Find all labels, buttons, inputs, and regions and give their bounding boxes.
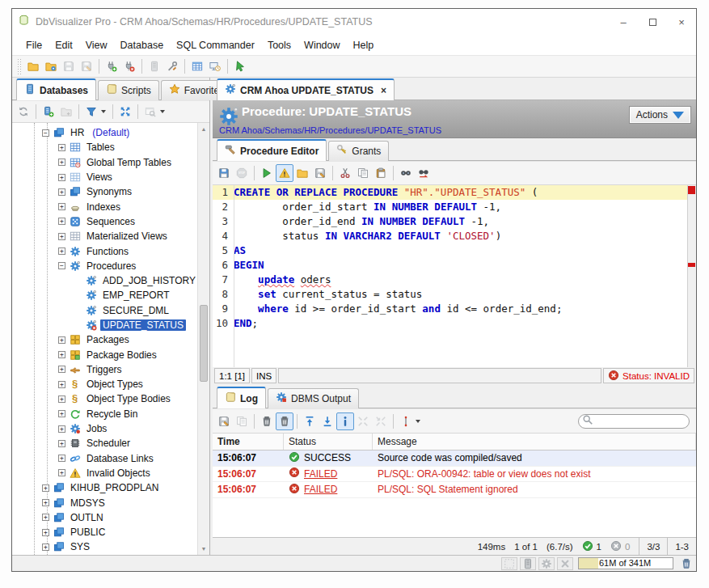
find-icon[interactable]	[397, 164, 415, 182]
tab-log[interactable]: Log	[217, 387, 266, 408]
tree-item-public[interactable]: +PUBLIC	[12, 525, 197, 539]
expand-toggle-icon[interactable]: +	[58, 440, 65, 447]
close-tab-icon[interactable]: ×	[381, 85, 386, 96]
cut-icon[interactable]	[336, 164, 354, 182]
collapse-all-icon[interactable]	[116, 103, 134, 121]
tree-item-synonyms[interactable]: +Synonyms	[12, 184, 197, 199]
tree-item-triggers[interactable]: +Triggers	[12, 362, 197, 377]
code-line-10[interactable]: 10END;	[213, 316, 696, 331]
clear-selected-icon[interactable]	[258, 412, 276, 430]
maximize-button[interactable]	[638, 9, 667, 35]
code-line-9[interactable]: 9 where id >= order_id_start and id <= o…	[213, 302, 696, 316]
collapse-toggle-icon[interactable]: −	[42, 129, 49, 137]
open-file-icon[interactable]	[24, 57, 42, 75]
expand-toggle-icon[interactable]: +	[58, 455, 65, 462]
dropdown-caret-icon[interactable]	[160, 110, 165, 113]
show-errors-icon[interactable]	[276, 164, 293, 182]
tree-item-sequences[interactable]: +Sequences	[12, 214, 197, 229]
tab-grants[interactable]: Grants	[328, 141, 389, 161]
tree-item-tables[interactable]: +Tables	[12, 140, 197, 154]
expand-toggle-icon[interactable]: +	[42, 484, 49, 492]
filter-icon[interactable]	[82, 103, 100, 121]
tree-item-object-types[interactable]: +§Object Types	[12, 377, 197, 391]
show-info-icon[interactable]	[336, 412, 354, 430]
expand-toggle-icon[interactable]: +	[42, 544, 49, 551]
expand-toggle-icon[interactable]: +	[58, 336, 65, 344]
log-row[interactable]: 15:06:07SUCCESSSource code was compiled/…	[213, 451, 696, 467]
monitor-icon[interactable]	[206, 57, 224, 75]
expand-toggle-icon[interactable]: +	[42, 499, 49, 506]
tree-item-package-bodies[interactable]: +Package Bodies	[12, 347, 197, 362]
code-line-3[interactable]: 3 order_id_end IN NUMBER DEFAULT -1,	[213, 214, 696, 229]
run-cursor-icon[interactable]	[231, 57, 249, 75]
tree-item-emp-report[interactable]: EMP_REPORT	[12, 288, 197, 302]
error-mark[interactable]	[688, 263, 695, 267]
expand-toggle-icon[interactable]: +	[58, 410, 65, 417]
column-message[interactable]: Message	[373, 434, 696, 450]
menu-database[interactable]: Database	[114, 37, 171, 53]
copy-icon[interactable]	[354, 164, 372, 182]
expand-toggle-icon[interactable]: +	[58, 425, 65, 433]
tab-dbms-output[interactable]: DBMS Output	[268, 388, 359, 408]
title-bar[interactable]: DbVisualizer Pro - CRM Ahoa/Schemas/HR/P…	[12, 9, 696, 35]
refresh-icon[interactable]	[15, 103, 32, 121]
tab-scripts[interactable]: Scripts	[98, 80, 159, 100]
tree-item-mdsys[interactable]: +MDSYS	[12, 495, 197, 510]
column-time[interactable]: Time	[213, 434, 284, 450]
tree-item-recycle-bin[interactable]: +Recycle Bin	[12, 407, 197, 421]
tree-item-packages[interactable]: +Packages	[12, 332, 197, 347]
expand-toggle-icon[interactable]: +	[58, 381, 65, 388]
export-icon[interactable]	[311, 164, 329, 182]
connect-icon[interactable]	[103, 57, 120, 75]
code-line-1[interactable]: 1CREATE OR REPLACE PROCEDURE "HR"."UPDAT…	[213, 185, 696, 200]
tree-item-update-status[interactable]: UPDATE_STATUS	[12, 318, 197, 332]
scroll-up-arrow-icon[interactable]: ▲	[198, 123, 209, 135]
tree-item-procedures[interactable]: −Procedures	[12, 259, 197, 273]
code-line-4[interactable]: 4 status IN VARCHAR2 DEFAULT 'CLOSED')	[213, 229, 696, 243]
log-row[interactable]: 15:06:07FAILEDPL/SQL: ORA-00942: table o…	[213, 467, 696, 483]
scroll-bottom-icon[interactable]	[319, 412, 336, 430]
scroll-top-icon[interactable]	[301, 412, 319, 430]
sql-editor[interactable]: 1CREATE OR REPLACE PROCEDURE "HR"."UPDAT…	[213, 185, 696, 367]
log-row[interactable]: 15:06:07FAILEDPL/SQL: SQL Statement igno…	[213, 482, 696, 498]
error-mark[interactable]	[688, 186, 695, 194]
disconnect-icon[interactable]	[120, 57, 138, 75]
expand-toggle-icon[interactable]: +	[58, 144, 65, 151]
tool-properties-icon[interactable]	[163, 57, 181, 75]
menu-tools[interactable]: Tools	[261, 37, 298, 53]
tree-item-scheduler[interactable]: +Scheduler	[12, 436, 197, 451]
dropdown-caret-icon[interactable]	[101, 110, 106, 113]
expand-toggle-icon[interactable]: +	[58, 247, 65, 255]
tree-item-views[interactable]: +Views	[12, 170, 197, 184]
actions-button[interactable]: Actions	[629, 106, 691, 124]
collapse-toggle-icon[interactable]: −	[58, 262, 65, 269]
save-procedure-icon[interactable]	[215, 164, 233, 182]
tab-crm-ahoa-update-status[interactable]: CRM Ahoa UPDATE_STATUS ×	[217, 78, 395, 100]
code-line-2[interactable]: 2 order_id_start IN NUMBER DEFAULT -1,	[213, 200, 696, 214]
tree-item-indexes[interactable]: +Indexes	[12, 199, 197, 214]
expand-toggle-icon[interactable]: +	[58, 233, 65, 240]
tree-item-functions[interactable]: +Functions	[12, 243, 197, 258]
run-gc-trash-icon[interactable]	[681, 558, 692, 569]
create-connection-icon[interactable]	[40, 103, 57, 121]
dropdown-caret-icon[interactable]	[416, 420, 420, 423]
code-line-7[interactable]: 7 update oders	[213, 273, 696, 287]
tree-item-database-links[interactable]: +Database Links	[12, 451, 197, 466]
tree-item-sys[interactable]: +SYS	[12, 539, 197, 554]
expand-toggle-icon[interactable]: +	[58, 203, 65, 210]
clear-all-icon[interactable]	[276, 412, 293, 430]
fit-rows-icon[interactable]	[397, 412, 415, 430]
log-search-input[interactable]	[578, 414, 690, 429]
menu-file[interactable]: File	[19, 37, 49, 53]
expand-toggle-icon[interactable]: +	[58, 218, 65, 225]
toolbar-grip[interactable]	[17, 58, 22, 74]
expand-toggle-icon[interactable]: +	[58, 159, 65, 166]
paste-icon[interactable]	[372, 164, 390, 182]
expand-toggle-icon[interactable]: +	[58, 188, 65, 196]
menu-edit[interactable]: Edit	[49, 37, 79, 53]
code-line-5[interactable]: 5AS	[213, 243, 696, 258]
grid-window-icon[interactable]	[188, 57, 206, 75]
code-line-8[interactable]: 8 set current_status = status	[213, 287, 696, 302]
expand-toggle-icon[interactable]: +	[42, 514, 49, 521]
export-log-icon[interactable]	[215, 412, 233, 430]
